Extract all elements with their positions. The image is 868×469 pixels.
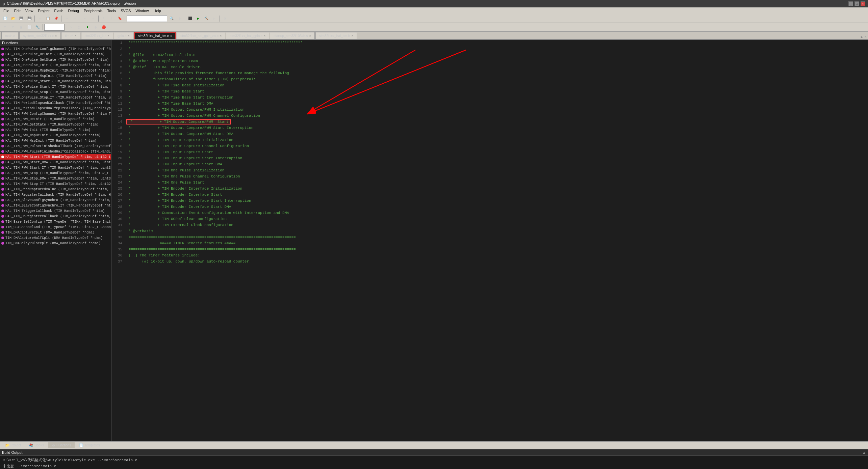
- close-icon[interactable]: ×: [220, 34, 222, 37]
- function-item[interactable]: HAL_TIM_PWM_PulseFinishedHalfCpltCallbac…: [0, 149, 111, 154]
- bookmark-toggle-button[interactable]: 🔖: [116, 15, 124, 22]
- tab-project[interactable]: 📁 Project: [1, 442, 25, 448]
- function-item[interactable]: HAL_TIM_OnePulse_Stop (TIM_HandleTypeDef…: [0, 89, 111, 95]
- tab-tim[interactable]: tim.c* ×: [61, 32, 80, 39]
- t2-btn5[interactable]: 🔧: [34, 24, 41, 31]
- nav-back-button[interactable]: ←: [81, 15, 89, 22]
- menu-svcs[interactable]: SVCS: [119, 8, 133, 13]
- function-item[interactable]: HAL_TIM_UnRegisterCallback (TIM_HandleTy…: [0, 214, 111, 219]
- t2-btn7[interactable]: ⬚: [76, 24, 83, 31]
- close-icon[interactable]: ×: [108, 34, 109, 37]
- function-item[interactable]: HAL_TIM_PWM_Start_IT (TIM_HandleTypeDef …: [0, 165, 111, 170]
- tab-hal-tim-h[interactable]: stm32f1xx_hal_tim.h ×: [315, 32, 357, 39]
- tab-hal-gpio[interactable]: stm32f1xx_hal_gpio.c ×: [226, 32, 269, 39]
- search-button[interactable]: 🔍: [168, 15, 175, 22]
- nav-fwd-button[interactable]: →: [90, 15, 97, 22]
- tab-templates[interactable]: 📄 Templates: [75, 442, 104, 448]
- menu-peripherals[interactable]: Peripherals: [82, 8, 105, 13]
- menu-file[interactable]: File: [1, 8, 11, 13]
- function-item[interactable]: HAL_TIM_PWM_MspInit (TIM_HandleTypeDef *…: [0, 138, 111, 143]
- t2-btn9[interactable]: ◎: [92, 24, 99, 31]
- device-search-input[interactable]: ch32f10x.h: [127, 15, 167, 22]
- function-item[interactable]: HAL_TIM_PWM_Init (TIM_HandleTypeDef *hti…: [0, 127, 111, 133]
- close-icon[interactable]: ×: [351, 34, 353, 37]
- maximize-button[interactable]: □: [854, 1, 859, 6]
- function-item[interactable]: HAL_TIM_PeriodElapsedCallback (TIM_Handl…: [0, 100, 111, 106]
- function-item[interactable]: HAL_TIM_PWM_Start_DMA (TIM_HandleTypeDef…: [0, 160, 111, 165]
- close-button[interactable]: ×: [861, 1, 865, 6]
- close-icon[interactable]: ×: [170, 34, 172, 38]
- menu-view[interactable]: View: [23, 8, 35, 13]
- build-close[interactable]: ▲: [862, 450, 866, 454]
- t2-btn10[interactable]: 🔴: [100, 24, 107, 31]
- function-item[interactable]: HAL_TIM_PWM_Stop (TIM_HandleTypeDef *hti…: [0, 170, 111, 176]
- menu-tools[interactable]: Tools: [105, 8, 118, 13]
- target-input[interactable]: F103: [44, 24, 65, 31]
- function-item[interactable]: HAL_TIM_PWM_Stop_IT (TIM_HandleTypeDef *…: [0, 181, 111, 187]
- redo-button[interactable]: ↪: [71, 15, 78, 22]
- undo-button[interactable]: ↩: [63, 15, 70, 22]
- t2-btn3[interactable]: ▣: [18, 24, 25, 31]
- bookmark-next-button[interactable]: ↓: [108, 15, 116, 22]
- build-button[interactable]: 🔨: [203, 15, 210, 22]
- function-item[interactable]: TIM_CCxChannelCmd (TIM_TypeDef *TIMx, ui…: [0, 224, 111, 230]
- copy-button[interactable]: 📋: [44, 15, 52, 22]
- code-area[interactable]: 1 **************************************…: [111, 40, 868, 441]
- t2-btn2[interactable]: ⊟: [9, 24, 17, 31]
- function-item[interactable]: HAL_TIM_SlaveConfigSynchro_IT (TIM_Handl…: [0, 203, 111, 208]
- window-controls[interactable]: _ □ ×: [848, 1, 865, 6]
- tab-system[interactable]: system_stm32f1xx.c ×: [19, 32, 60, 39]
- function-item[interactable]: HAL_TIM_RegisterCallback (TIM_HandleType…: [0, 192, 111, 197]
- function-item[interactable]: HAL_TIM_OnePulse_GetState (TIM_HandleTyp…: [0, 57, 111, 62]
- close-icon[interactable]: ×: [75, 34, 76, 37]
- debug-run-button[interactable]: ▷: [211, 15, 218, 22]
- function-item[interactable]: HAL_TIM_PWM_MspDeInit (TIM_HandleTypeDef…: [0, 133, 111, 138]
- tab-main-c[interactable]: main.c: [1, 32, 19, 39]
- tab-scroll-right[interactable]: ▶: [861, 35, 863, 39]
- function-item[interactable]: HAL_TIM_PWM_GetState (TIM_HandleTypeDef …: [0, 122, 111, 127]
- tab-close-all[interactable]: ×: [864, 35, 867, 39]
- t2-btn6[interactable]: ✎: [68, 24, 75, 31]
- t2-btn8[interactable]: ●: [84, 24, 91, 31]
- function-item[interactable]: HAL_TIM_OnePulse_ConfigChannel (TIM_Hand…: [0, 46, 111, 52]
- minimize-button[interactable]: _: [848, 1, 853, 6]
- close-icon[interactable]: ×: [128, 34, 129, 37]
- function-item[interactable]: HAL_TIM_OnePulse_Stop_IT (TIM_HandleType…: [0, 95, 111, 100]
- t2-btn4[interactable]: ⬜: [26, 24, 33, 31]
- function-item[interactable]: HAL_TIM_PWM_ConfigChannel (TIM_HandleTyp…: [0, 111, 111, 116]
- tab-it[interactable]: stm32f1xx_it.c ×: [81, 32, 113, 39]
- function-item[interactable]: HAL_TIM_OnePulse_MspDeInit (TIM_HandleTy…: [0, 68, 111, 73]
- function-item[interactable]: HAL_TIM_SlaveConfigSynchro (TIM_HandleTy…: [0, 197, 111, 203]
- open-button[interactable]: 📂: [9, 15, 17, 22]
- menu-debug[interactable]: Debug: [66, 8, 81, 13]
- function-item[interactable]: TIM_DMACaptureCplt (DMA_HandleTypeDef *h…: [0, 230, 111, 235]
- save-button[interactable]: 💾: [18, 15, 25, 22]
- tab-hal-gpio-ex[interactable]: stm32f1xx_hal_gpio_ex.c ×: [177, 32, 225, 39]
- t2-btn1[interactable]: ⊞: [1, 24, 9, 31]
- function-item[interactable]: HAL_TIM_TriggerCallback (TIM_HandleTypeD…: [0, 208, 111, 214]
- run-button[interactable]: ▶: [195, 15, 202, 22]
- bookmark-prev-button[interactable]: ↑: [100, 15, 107, 22]
- function-item[interactable]: HAL_TIM_OnePulse_DeInit (TIM_HandleTypeD…: [0, 52, 111, 57]
- function-item[interactable]: HAL_TIM_PWM_Start (TIM_HandleTypeDef *ht…: [0, 154, 111, 160]
- save-all-button[interactable]: 💾: [26, 15, 33, 22]
- function-item[interactable]: HAL_TIM_OnePulse_Start_IT (TIM_HandleTyp…: [0, 84, 111, 89]
- menu-help[interactable]: Help: [151, 8, 163, 13]
- function-item[interactable]: HAL_TIM_ReadCapturedValue (TIM_HandleTyp…: [0, 187, 111, 192]
- new-button[interactable]: 📄: [1, 15, 9, 22]
- function-item[interactable]: HAL_TIM_PWM_DeInit (TIM_HandleTypeDef *h…: [0, 116, 111, 122]
- function-item[interactable]: TIM_Base_SetConfig (TIM_TypeDef *TIMx, T…: [0, 219, 111, 224]
- tab-startup[interactable]: startup_stm32f103xb.s ×: [270, 32, 314, 39]
- tab-functions[interactable]: ⚙ Functions: [48, 442, 75, 448]
- cut-button[interactable]: ✂: [36, 15, 44, 22]
- function-item[interactable]: HAL_TIM_PWM_Stop_DMA (TIM_HandleTypeDef …: [0, 176, 111, 181]
- stop-button[interactable]: ⬛: [186, 15, 194, 22]
- tab-hal-tim[interactable]: stm32f1xx_hal_tim.c ×: [134, 32, 176, 39]
- function-item[interactable]: HAL_TIM_OnePulse_MspInit (TIM_HandleType…: [0, 73, 111, 79]
- function-item[interactable]: HAL_TIM_OnePulse_Start (TIM_HandleTypeDe…: [0, 79, 111, 84]
- settings-btn[interactable]: ⚙: [221, 15, 229, 22]
- menu-flash[interactable]: Flash: [52, 8, 66, 13]
- close-icon[interactable]: ×: [55, 34, 57, 37]
- close-icon[interactable]: ×: [264, 34, 265, 37]
- menu-edit[interactable]: Edit: [12, 8, 23, 13]
